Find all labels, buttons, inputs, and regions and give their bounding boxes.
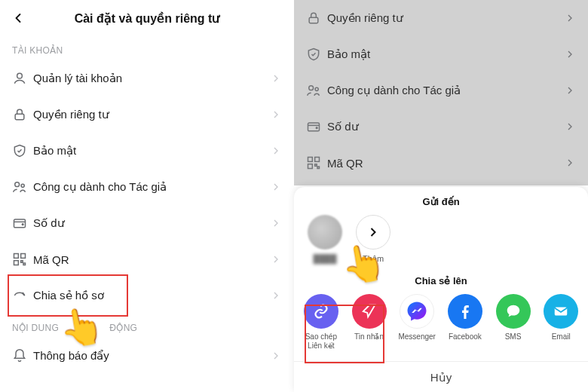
share-label: Messenger (398, 332, 435, 341)
svg-rect-1 (15, 114, 24, 120)
share-label: Email (552, 332, 571, 341)
page-title: Cài đặt và quyền riêng tư (75, 11, 220, 26)
wallet-icon (12, 216, 33, 231)
chevron-right-icon (270, 217, 282, 229)
svg-point-2 (15, 182, 20, 187)
share-sheet-screen: Quyền riêng tư Bảo mật Công cụ dành cho … (294, 0, 588, 392)
share-label: Facebook (449, 332, 482, 341)
svg-point-3 (21, 184, 24, 187)
messenger-icon (400, 294, 434, 329)
qr-icon (12, 252, 33, 267)
pointing-hand-icon: 👆 (338, 242, 388, 286)
row-label: Mã QR (33, 253, 270, 266)
chevron-right-icon (270, 289, 282, 302)
row-manage-account[interactable]: Quản lý tài khoản (0, 60, 294, 96)
back-icon[interactable] (11, 11, 26, 26)
section-content-label: NỘI DUNG (12, 323, 59, 333)
row-creator-tools[interactable]: Công cụ dành cho Tác giả (0, 169, 294, 205)
shield-icon (12, 143, 33, 158)
svg-point-5 (22, 224, 23, 225)
svg-rect-6 (14, 254, 19, 259)
svg-rect-4 (14, 219, 26, 228)
bell-icon (12, 348, 33, 363)
modal-backdrop[interactable] (294, 0, 588, 185)
row-balance[interactable]: Số dư (0, 205, 294, 241)
row-push-notifications[interactable]: Thông báo đẩy (0, 338, 294, 374)
share-sms[interactable]: SMS (494, 294, 533, 351)
svg-rect-7 (21, 254, 26, 259)
chevron-right-icon (270, 72, 282, 84)
row-qr[interactable]: Mã QR (0, 241, 294, 277)
svg-rect-8 (14, 261, 19, 265)
contact-name: ████ (308, 254, 342, 263)
chevron-right-icon (270, 253, 282, 265)
chat-bubble-icon (496, 294, 531, 329)
chevron-right-icon (270, 109, 282, 121)
section-activity-suffix: ĐỘNG (109, 323, 137, 333)
lock-icon (12, 107, 33, 122)
share-to-title: Chia sẻ lên (294, 275, 588, 286)
row-label: Bảo mật (33, 144, 270, 158)
row-label: Thông báo đẩy (33, 349, 270, 363)
chevron-right-icon (270, 350, 282, 362)
share-facebook[interactable]: Facebook (446, 294, 485, 351)
pointing-hand-icon: 👆 (56, 305, 106, 349)
section-content-activity: NỘI DUNG ĐỘNG (0, 314, 294, 338)
send-to-title: Gửi đến (294, 196, 588, 207)
envelope-icon (544, 294, 578, 329)
row-label: Số dư (33, 216, 270, 230)
avatar (308, 215, 342, 250)
cancel-button[interactable]: Hủy (294, 361, 588, 392)
row-label: Quản lý tài khoản (33, 72, 270, 85)
contact-item[interactable]: ████ (308, 215, 342, 263)
row-label: Công cụ dành cho Tác giả (33, 180, 270, 194)
share-email[interactable]: Email (541, 294, 580, 351)
row-label: Quyền riêng tư (33, 108, 270, 121)
creator-icon (12, 179, 33, 194)
annotation-highlight-box (305, 305, 384, 363)
send-to-row: ████ Thêm (294, 215, 588, 271)
chevron-right-icon (270, 145, 282, 157)
svg-point-0 (17, 73, 23, 78)
facebook-icon (448, 294, 482, 329)
settings-screen: Cài đặt và quyền riêng tư TÀI KHOẢN Quản… (0, 0, 294, 392)
row-privacy[interactable]: Quyền riêng tư (0, 96, 294, 133)
share-label: SMS (505, 332, 522, 341)
row-security[interactable]: Bảo mật (0, 133, 294, 169)
section-account: TÀI KHOẢN (0, 36, 294, 60)
chevron-right-icon (270, 181, 282, 193)
share-messenger[interactable]: Messenger (397, 294, 436, 351)
user-icon (12, 71, 33, 86)
header: Cài đặt và quyền riêng tư (0, 0, 294, 36)
